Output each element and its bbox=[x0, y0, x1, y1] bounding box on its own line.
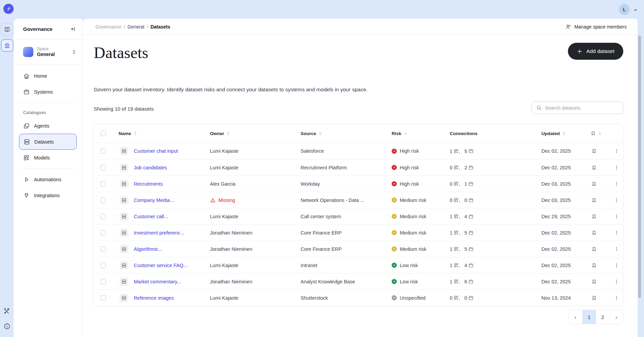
sidebar-item-datasets[interactable]: Datasets bbox=[19, 134, 77, 150]
bookmark-button[interactable] bbox=[591, 229, 597, 236]
governance-rail-button[interactable] bbox=[1, 39, 13, 52]
row-menu-button[interactable] bbox=[613, 148, 620, 154]
bolt-icon bbox=[393, 231, 396, 234]
column-header-connections[interactable]: Connections bbox=[450, 131, 478, 136]
dataset-name-link[interactable]: Market commentary... bbox=[134, 279, 181, 284]
row-menu-button[interactable] bbox=[613, 229, 620, 236]
table-row[interactable]: Job candidates Lumi Kajaste Lumi Kajaste… bbox=[93, 159, 623, 175]
models-count: 1 bbox=[450, 263, 452, 268]
dataset-name-link[interactable]: Recruitments bbox=[134, 181, 163, 187]
column-header-risk[interactable]: Risk bbox=[392, 131, 408, 136]
source-cell: Call center system bbox=[301, 214, 341, 219]
column-header-owner[interactable]: Owner bbox=[210, 131, 230, 136]
table-row[interactable]: Customer call... Lumi Kajaste Lumi Kajas… bbox=[93, 208, 623, 224]
risk-cell: Medium risk bbox=[392, 214, 426, 219]
dataset-name-link[interactable]: Customer call... bbox=[134, 214, 168, 219]
row-checkbox[interactable] bbox=[101, 279, 106, 284]
dataset-name-link[interactable]: Customer chat input bbox=[134, 148, 178, 154]
table-row[interactable]: Recruitments Alex Garcia Alex Garcia Wor… bbox=[93, 175, 623, 192]
table-row[interactable]: Company Media... Missing Missing Network… bbox=[93, 192, 623, 208]
pagination-page-2[interactable]: 2 bbox=[596, 310, 609, 324]
bolt-icon bbox=[393, 247, 396, 250]
row-checkbox[interactable] bbox=[101, 295, 106, 301]
dataset-icon bbox=[120, 294, 128, 302]
row-checkbox[interactable] bbox=[101, 246, 106, 252]
search-input[interactable] bbox=[545, 105, 619, 111]
row-menu-button[interactable] bbox=[613, 278, 620, 285]
table-row[interactable]: Customer service FAQ... Lumi Kajaste Lum… bbox=[93, 257, 623, 273]
table-row[interactable]: Investment preferenc... Jonathan Niemine… bbox=[93, 224, 623, 241]
sidebar-item-automations[interactable]: Automations bbox=[19, 171, 77, 187]
user-menu-chevron[interactable] bbox=[632, 7, 639, 13]
dataset-name-link[interactable]: Job candidates bbox=[134, 165, 167, 170]
row-menu-button[interactable] bbox=[613, 262, 620, 269]
row-menu-button[interactable] bbox=[613, 295, 620, 301]
app-logo[interactable] bbox=[3, 4, 14, 14]
row-checkbox[interactable] bbox=[101, 148, 106, 154]
pagination-page-1[interactable]: 1 bbox=[582, 310, 596, 324]
row-menu-button[interactable] bbox=[613, 197, 620, 204]
user-avatar[interactable]: L bbox=[619, 4, 630, 15]
row-checkbox[interactable] bbox=[101, 198, 106, 203]
breadcrumb-governance[interactable]: Governance bbox=[95, 24, 121, 30]
column-header-updated[interactable]: Updated bbox=[541, 131, 566, 136]
table-row[interactable]: Market commentary... Jonathan Nieminen J… bbox=[93, 273, 623, 289]
dataset-name-link[interactable]: Reference images bbox=[134, 295, 174, 301]
bookmark-button[interactable] bbox=[591, 246, 597, 252]
row-checkbox[interactable] bbox=[101, 230, 106, 236]
bookmark-button[interactable] bbox=[591, 278, 597, 285]
table-row[interactable]: Customer chat input Lumi Kajaste Lumi Ka… bbox=[93, 143, 623, 159]
dataset-icon bbox=[120, 163, 128, 172]
row-checkbox[interactable] bbox=[101, 263, 106, 268]
bookmark-button[interactable] bbox=[591, 197, 597, 204]
page-scrollbar[interactable] bbox=[638, 36, 641, 298]
sidebar-item-integrations[interactable]: Integrations bbox=[19, 187, 77, 203]
kebab-menu-icon bbox=[614, 181, 619, 187]
bookmark-button[interactable] bbox=[591, 213, 597, 220]
bookmark-button[interactable] bbox=[591, 181, 597, 187]
info-button[interactable] bbox=[0, 323, 14, 330]
pagination-next-button[interactable]: › bbox=[609, 310, 623, 324]
column-header-name[interactable]: Name bbox=[119, 131, 137, 136]
bookmark-button[interactable] bbox=[591, 148, 597, 154]
bookmark-button[interactable] bbox=[591, 262, 597, 269]
sidebar-item-systems[interactable]: Systems bbox=[19, 84, 77, 100]
row-checkbox[interactable] bbox=[101, 165, 106, 170]
dataset-name-link[interactable]: Investment preferenc... bbox=[134, 230, 184, 236]
row-menu-button[interactable] bbox=[613, 164, 620, 171]
main-panel: Governance / General / Datasets Manage s… bbox=[83, 19, 638, 337]
manage-space-members-button[interactable]: Manage space members bbox=[565, 24, 627, 30]
select-all-checkbox[interactable] bbox=[101, 131, 106, 136]
column-header-bookmark[interactable] bbox=[591, 131, 602, 136]
dataset-name-link[interactable]: Customer service FAQ... bbox=[134, 263, 187, 268]
systems-icon bbox=[468, 197, 474, 203]
dataset-name-link[interactable]: Company Media... bbox=[134, 198, 174, 203]
kebab-menu-icon bbox=[614, 148, 619, 154]
space-selector[interactable]: Space General bbox=[14, 40, 82, 64]
dev-tools-button[interactable] bbox=[0, 307, 14, 315]
sidebar-item-home[interactable]: Home bbox=[19, 68, 77, 84]
connections-cell: 0 , 0 bbox=[450, 197, 474, 203]
source-cell: Network Operations - Data ... bbox=[301, 198, 364, 203]
bookmark-button[interactable] bbox=[591, 164, 597, 171]
column-header-source[interactable]: Source bbox=[301, 131, 322, 136]
updated-cell: Dec 02, 2025 bbox=[541, 263, 571, 268]
docs-rail-button[interactable] bbox=[1, 23, 13, 36]
sidebar-item-models[interactable]: Models bbox=[19, 150, 77, 166]
add-dataset-button[interactable]: Add dataset bbox=[568, 43, 623, 60]
table-row[interactable]: Reference images Lumi Kajaste Lumi Kajas… bbox=[93, 289, 623, 306]
dataset-name-link[interactable]: Algorithmic... bbox=[134, 246, 162, 252]
row-menu-button[interactable] bbox=[613, 181, 620, 187]
pagination-prev-button[interactable]: ‹ bbox=[569, 310, 582, 324]
breadcrumb-general[interactable]: General bbox=[127, 24, 144, 30]
row-menu-button[interactable] bbox=[613, 213, 620, 220]
table-row[interactable]: Algorithmic... Jonathan Nieminen Jonatha… bbox=[93, 241, 623, 257]
row-menu-button[interactable] bbox=[613, 246, 620, 252]
row-checkbox[interactable] bbox=[101, 181, 106, 187]
row-checkbox[interactable] bbox=[101, 214, 106, 219]
kebab-menu-icon bbox=[614, 198, 619, 203]
systems-count: 6 bbox=[464, 279, 467, 284]
sidebar-item-agents[interactable]: Agents bbox=[19, 118, 77, 134]
sidebar-collapse-button[interactable] bbox=[69, 25, 77, 33]
bookmark-button[interactable] bbox=[591, 295, 597, 301]
